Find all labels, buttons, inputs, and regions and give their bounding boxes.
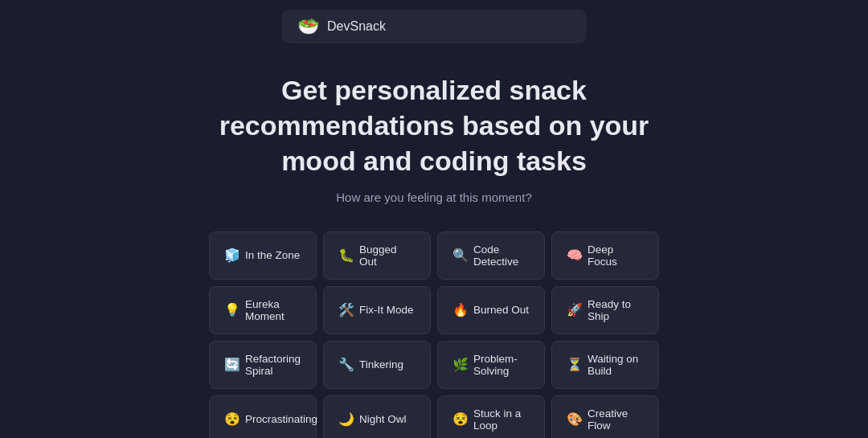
mood-row-0: 🧊In the Zone🐛Bugged Out🔍Code Detective🧠D… xyxy=(209,231,659,280)
mood-label-3-2: Stuck in a Loop xyxy=(473,407,530,432)
mood-emoji-0-1: 🐛 xyxy=(338,248,354,263)
mood-emoji-3-3: 🎨 xyxy=(567,411,583,427)
mood-emoji-1-3: 🚀 xyxy=(567,302,583,317)
mood-label-3-3: Creative Flow xyxy=(588,407,644,432)
mood-label-1-0: Eureka Moment xyxy=(245,298,301,322)
mood-emoji-2-2: 🌿 xyxy=(452,357,469,372)
mood-row-3: 😵Procrastinating🌙Night Owl😵Stuck in a Lo… xyxy=(209,395,659,438)
mood-emoji-1-1: 🛠️ xyxy=(338,302,354,317)
mood-row-2: 🔄Refactoring Spiral🔧Tinkering🌿Problem-So… xyxy=(209,341,659,389)
hero-subtitle: How are you feeling at this moment? xyxy=(185,190,683,204)
mood-button-3-3[interactable]: 🎨Creative Flow xyxy=(551,395,659,438)
navbar-logo: 🥗 xyxy=(297,16,319,37)
mood-emoji-1-2: 🔥 xyxy=(452,302,469,317)
navbar-inner: 🥗 DevSnack xyxy=(281,10,587,43)
hero-title: Get personalized snack recommendations b… xyxy=(185,72,683,179)
mood-button-0-1[interactable]: 🐛Bugged Out xyxy=(323,231,431,280)
mood-emoji-3-1: 🌙 xyxy=(338,411,354,427)
mood-emoji-0-2: 🔍 xyxy=(452,248,469,263)
mood-label-2-2: Problem-Solving xyxy=(473,353,530,377)
mood-button-0-3[interactable]: 🧠Deep Focus xyxy=(551,231,659,280)
mood-label-2-0: Refactoring Spiral xyxy=(245,353,301,377)
mood-emoji-3-0: 😵 xyxy=(224,411,240,427)
mood-button-3-2[interactable]: 😵Stuck in a Loop xyxy=(437,395,545,438)
mood-label-0-1: Bugged Out xyxy=(359,244,416,268)
mood-button-2-2[interactable]: 🌿Problem-Solving xyxy=(437,341,545,389)
mood-label-3-1: Night Owl xyxy=(359,413,407,425)
hero-section: Get personalized snack recommendations b… xyxy=(185,72,683,204)
mood-grid: 🧊In the Zone🐛Bugged Out🔍Code Detective🧠D… xyxy=(209,231,659,438)
mood-emoji-0-3: 🧠 xyxy=(567,248,583,263)
mood-label-2-1: Tinkering xyxy=(359,358,403,370)
mood-label-1-1: Fix-It Mode xyxy=(359,304,414,316)
navbar: 🥗 DevSnack xyxy=(0,0,868,53)
navbar-title: DevSnack xyxy=(327,19,386,34)
mood-button-1-3[interactable]: 🚀Ready to Ship xyxy=(551,286,659,334)
mood-emoji-2-3: ⏳ xyxy=(567,357,583,372)
mood-emoji-2-0: 🔄 xyxy=(224,357,240,372)
mood-row-1: 💡Eureka Moment🛠️Fix-It Mode🔥Burned Out🚀R… xyxy=(209,286,659,334)
mood-button-3-0[interactable]: 😵Procrastinating xyxy=(209,395,317,438)
mood-label-1-3: Ready to Ship xyxy=(588,298,644,322)
mood-button-0-0[interactable]: 🧊In the Zone xyxy=(209,231,317,280)
mood-label-0-0: In the Zone xyxy=(245,249,300,261)
mood-button-3-1[interactable]: 🌙Night Owl xyxy=(323,395,431,438)
mood-emoji-0-0: 🧊 xyxy=(224,248,240,263)
mood-label-3-0: Procrastinating xyxy=(245,413,317,425)
mood-label-0-3: Deep Focus xyxy=(588,244,644,268)
mood-button-1-0[interactable]: 💡Eureka Moment xyxy=(209,286,317,334)
mood-emoji-3-2: 😵 xyxy=(452,411,469,427)
mood-button-2-0[interactable]: 🔄Refactoring Spiral xyxy=(209,341,317,389)
mood-emoji-2-1: 🔧 xyxy=(338,357,354,372)
mood-button-0-2[interactable]: 🔍Code Detective xyxy=(437,231,545,280)
mood-button-1-1[interactable]: 🛠️Fix-It Mode xyxy=(323,286,431,334)
mood-label-0-2: Code Detective xyxy=(473,244,530,268)
mood-button-2-1[interactable]: 🔧Tinkering xyxy=(323,341,431,389)
mood-label-1-2: Burned Out xyxy=(473,304,529,316)
mood-button-2-3[interactable]: ⏳Waiting on Build xyxy=(551,341,659,389)
mood-emoji-1-0: 💡 xyxy=(224,302,240,317)
mood-button-1-2[interactable]: 🔥Burned Out xyxy=(437,286,545,334)
mood-label-2-3: Waiting on Build xyxy=(588,353,644,377)
